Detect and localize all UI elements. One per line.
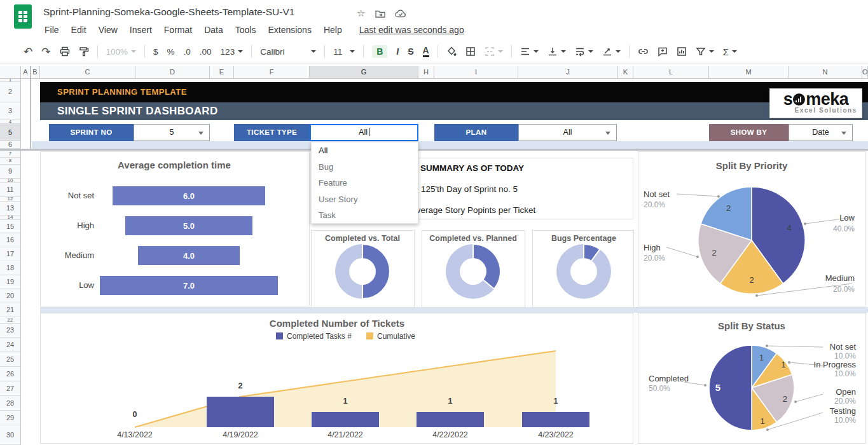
- row-header-17[interactable]: 17: [0, 247, 21, 261]
- redo-button[interactable]: ↷: [41, 45, 50, 58]
- undo-button[interactable]: ↶: [24, 45, 32, 58]
- fill-color-button[interactable]: [446, 46, 457, 57]
- column-header-G[interactable]: G: [310, 66, 418, 79]
- borders-button[interactable]: [465, 46, 476, 57]
- menu-item-help[interactable]: Help: [324, 25, 342, 35]
- move-folder-icon[interactable]: [375, 9, 385, 20]
- merge-cells-button[interactable]: [485, 46, 503, 57]
- functions-button[interactable]: Σ: [723, 46, 737, 57]
- column-header-D[interactable]: D: [135, 66, 210, 79]
- filter-button[interactable]: [696, 46, 714, 57]
- row-header-3[interactable]: 3: [0, 102, 21, 120]
- row-header-12[interactable]: 12: [0, 197, 21, 202]
- insert-comment-button[interactable]: [658, 46, 668, 57]
- row-header-14[interactable]: 14: [0, 216, 21, 220]
- column-header-H[interactable]: H: [418, 66, 434, 79]
- row-header-22[interactable]: 22: [0, 317, 21, 324]
- menu-item-format[interactable]: Format: [164, 25, 192, 35]
- document-title[interactable]: Sprint-Planning-Someka-Google-Sheets-Tem…: [43, 6, 294, 18]
- font-select[interactable]: Calibri: [260, 47, 316, 57]
- column-header-K[interactable]: K: [618, 66, 633, 79]
- column-header-E[interactable]: E: [210, 66, 234, 79]
- column-header-N[interactable]: N: [789, 66, 862, 79]
- paint-format-button[interactable]: [79, 46, 89, 57]
- row-header-28[interactable]: 28: [0, 396, 21, 411]
- row-header-19[interactable]: 19: [0, 275, 21, 289]
- row-header-8[interactable]: 8: [0, 158, 21, 165]
- column-header-B[interactable]: B: [31, 66, 40, 79]
- cloud-status-icon[interactable]: [395, 9, 406, 20]
- bold-button[interactable]: B: [372, 45, 387, 58]
- text-rotation-button[interactable]: [602, 46, 621, 57]
- column-header-I[interactable]: I: [434, 66, 518, 79]
- column-header-F[interactable]: F: [234, 66, 310, 79]
- row-header-26[interactable]: 26: [0, 367, 21, 381]
- menu-item-edit[interactable]: Edit: [71, 25, 86, 35]
- menu-item-extensions[interactable]: Extensions: [268, 25, 311, 35]
- insert-chart-button[interactable]: [677, 46, 687, 57]
- row-header-13[interactable]: 13: [0, 202, 21, 216]
- column-header-J[interactable]: J: [518, 66, 618, 79]
- column-header-O[interactable]: O: [862, 66, 868, 79]
- dropdown-option-user-story[interactable]: User Story: [312, 191, 418, 208]
- decrease-decimals-button[interactable]: .0: [184, 47, 191, 57]
- menu-item-file[interactable]: File: [45, 25, 59, 35]
- row-header-21[interactable]: 21: [0, 303, 21, 317]
- row-header-24[interactable]: 24: [0, 338, 21, 352]
- completed-vs-total-panel[interactable]: Completed vs. Total: [311, 230, 415, 308]
- row-header-25[interactable]: 25: [0, 352, 21, 367]
- strikethrough-button[interactable]: S: [408, 46, 413, 57]
- row-header-7[interactable]: 7: [0, 151, 21, 158]
- text-color-button[interactable]: A: [423, 46, 429, 57]
- currency-format-button[interactable]: $: [153, 47, 158, 57]
- show-by-dropdown[interactable]: Date: [789, 124, 853, 141]
- completed-tickets-chart-panel[interactable]: Completed Number of TicketsCompleted Tas…: [40, 313, 633, 444]
- dropdown-option-task[interactable]: Task: [312, 207, 418, 224]
- more-formats-button[interactable]: 123: [221, 47, 244, 57]
- dropdown-option-bug[interactable]: Bug: [312, 159, 418, 175]
- split-by-priority-panel[interactable]: Split By Priority4222Low40.0%Medium20.0%…: [638, 151, 866, 306]
- menu-item-tools[interactable]: Tools: [235, 25, 256, 35]
- row-header-23[interactable]: 23: [0, 324, 21, 338]
- menu-item-view[interactable]: View: [99, 25, 118, 35]
- horizontal-align-button[interactable]: [520, 46, 539, 57]
- row-header-16[interactable]: 16: [0, 233, 21, 247]
- row-header-18[interactable]: 18: [0, 261, 21, 275]
- vertical-align-button[interactable]: [548, 46, 566, 57]
- plan-dropdown[interactable]: All: [518, 124, 617, 141]
- row-header-10[interactable]: 10: [0, 179, 21, 183]
- font-size-select[interactable]: 11: [333, 47, 355, 57]
- column-header-M[interactable]: M: [709, 66, 789, 79]
- menu-item-insert[interactable]: Insert: [130, 25, 152, 35]
- increase-decimals-button[interactable]: .00: [200, 47, 212, 57]
- row-header-2[interactable]: 2: [0, 82, 21, 102]
- star-icon[interactable]: ☆: [357, 8, 365, 19]
- percent-format-button[interactable]: %: [167, 47, 175, 57]
- zoom-select[interactable]: 100%: [106, 47, 137, 57]
- row-header-15[interactable]: 15: [0, 220, 21, 233]
- sheets-logo-icon[interactable]: [14, 4, 32, 29]
- row-header-29[interactable]: 29: [0, 411, 21, 425]
- bugs-percentage-panel[interactable]: Bugs Percentage: [532, 230, 634, 308]
- row-header-5[interactable]: 5: [0, 124, 21, 141]
- row-header-30[interactable]: 30: [0, 425, 21, 445]
- select-all-corner[interactable]: [0, 66, 21, 79]
- text-wrap-button[interactable]: [575, 46, 593, 57]
- split-by-status-panel[interactable]: Split By Status11215Not set10.0%In Progr…: [638, 313, 866, 444]
- last-edit-status[interactable]: Last edit was seconds ago: [359, 25, 464, 35]
- row-header-27[interactable]: 27: [0, 381, 21, 396]
- row-header-9[interactable]: 9: [0, 165, 21, 179]
- row-header-20[interactable]: 20: [0, 289, 21, 303]
- dropdown-option-feature[interactable]: Feature: [312, 175, 418, 191]
- menu-item-data[interactable]: Data: [204, 25, 223, 35]
- dropdown-option-all[interactable]: All: [312, 142, 418, 159]
- column-header-L[interactable]: L: [633, 66, 709, 79]
- ticket-type-input[interactable]: All: [310, 124, 418, 141]
- column-header-A[interactable]: A: [21, 66, 31, 79]
- insert-link-button[interactable]: [638, 46, 649, 57]
- sprint-no-dropdown[interactable]: 5: [134, 124, 210, 141]
- row-header-6[interactable]: 6: [0, 141, 21, 149]
- column-header-C[interactable]: C: [40, 66, 135, 79]
- row-header-11[interactable]: 11: [0, 183, 21, 197]
- avg-completion-chart-panel[interactable]: Average completion timeNot set6.0High5.0…: [40, 151, 310, 306]
